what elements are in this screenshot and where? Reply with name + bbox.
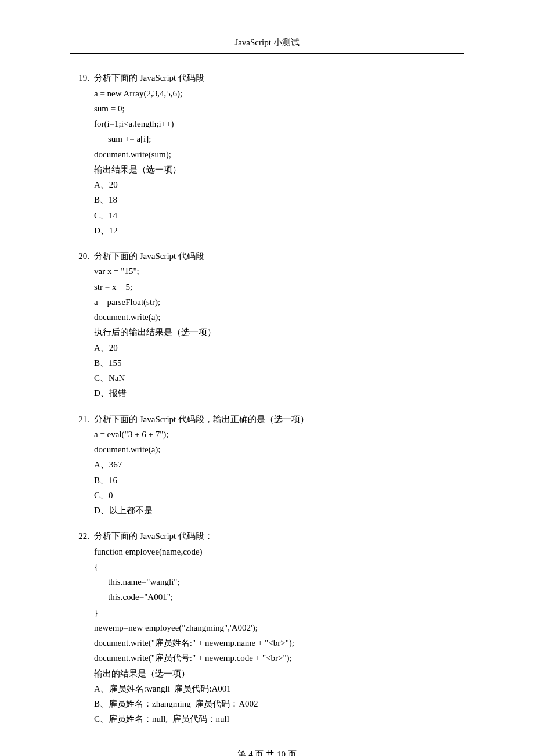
document-page: JavaScript 小测试 19. 分析下面的 JavaScript 代码段 …: [0, 0, 534, 756]
code-line: document.write(sum);: [94, 147, 464, 162]
page-footer: 第 4 页 共 10 页: [70, 747, 464, 757]
option-b: B、155: [94, 355, 464, 370]
option-b: B、雇员姓名：zhangming 雇员代码：A002: [94, 696, 464, 711]
code-line: 分析下面的 JavaScript 代码段: [94, 70, 464, 85]
prompt-line: 执行后的输出结果是（选一项）: [94, 325, 464, 340]
code-line: a = new Array(2,3,4,5,6);: [94, 86, 464, 101]
question-19: 19. 分析下面的 JavaScript 代码段 a = new Array(2…: [70, 70, 464, 238]
option-a: A、雇员姓名:wangli 雇员代码:A001: [94, 681, 464, 696]
question-number: 19.: [70, 70, 94, 238]
option-c: C、雇员姓名：null, 雇员代码：null: [94, 711, 464, 726]
prompt-line: 输出的结果是（选一项）: [94, 666, 464, 681]
code-line: for(i=1;i<a.length;i++): [94, 116, 464, 131]
code-line: document.write(a);: [94, 309, 464, 325]
code-line: }: [94, 605, 464, 620]
prompt-line: 分析下面的 JavaScript 代码段：: [94, 528, 464, 543]
page-header: JavaScript 小测试: [70, 35, 464, 54]
code-line: str = x + 5;: [94, 279, 464, 294]
code-line: newemp=new employee("zhangming",'A002');: [94, 620, 464, 635]
option-d: D、报错: [94, 386, 464, 401]
option-b: B、16: [94, 473, 464, 488]
question-number: 22.: [70, 528, 94, 726]
prompt-line: 输出结果是（选一项）: [94, 162, 464, 177]
option-d: D、12: [94, 223, 464, 238]
question-21: 21. 分析下面的 JavaScript 代码段，输出正确的是（选一项） a =…: [70, 412, 464, 519]
question-body: 分析下面的 JavaScript 代码段 a = new Array(2,3,4…: [94, 70, 464, 238]
question-number: 20.: [70, 249, 94, 401]
code-line: document.write(a);: [94, 442, 464, 457]
option-c: C、0: [94, 488, 464, 503]
code-line: function employee(name,code): [94, 544, 464, 559]
option-c: C、14: [94, 208, 464, 223]
question-number: 21.: [70, 412, 94, 519]
code-line: a = eval("3 + 6 + 7");: [94, 427, 464, 442]
option-a: A、367: [94, 457, 464, 472]
question-body: 分析下面的 JavaScript 代码段，输出正确的是（选一项） a = eva…: [94, 412, 464, 519]
code-line: a = parseFloat(str);: [94, 294, 464, 309]
code-line: document.write("雇员代号:" + newemp.code + "…: [94, 650, 464, 665]
code-line: 分析下面的 JavaScript 代码段: [94, 249, 464, 264]
code-line: sum = 0;: [94, 101, 464, 116]
option-b: B、18: [94, 192, 464, 207]
option-a: A、20: [94, 177, 464, 192]
code-line: var x = "15";: [94, 264, 464, 279]
question-22: 22. 分析下面的 JavaScript 代码段： function emplo…: [70, 528, 464, 726]
question-body: 分析下面的 JavaScript 代码段 var x = "15"; str =…: [94, 249, 464, 401]
question-body: 分析下面的 JavaScript 代码段： function employee(…: [94, 528, 464, 726]
code-line: this.name="wangli";: [94, 574, 464, 589]
option-c: C、NaN: [94, 370, 464, 386]
question-20: 20. 分析下面的 JavaScript 代码段 var x = "15"; s…: [70, 249, 464, 401]
code-line: this.code="A001";: [94, 589, 464, 604]
code-line: {: [94, 559, 464, 574]
option-a: A、20: [94, 340, 464, 355]
code-line: document.write("雇员姓名:" + newemp.name + "…: [94, 635, 464, 650]
code-line: sum += a[i];: [94, 131, 464, 146]
option-d: D、以上都不是: [94, 503, 464, 518]
prompt-line: 分析下面的 JavaScript 代码段，输出正确的是（选一项）: [94, 412, 464, 427]
